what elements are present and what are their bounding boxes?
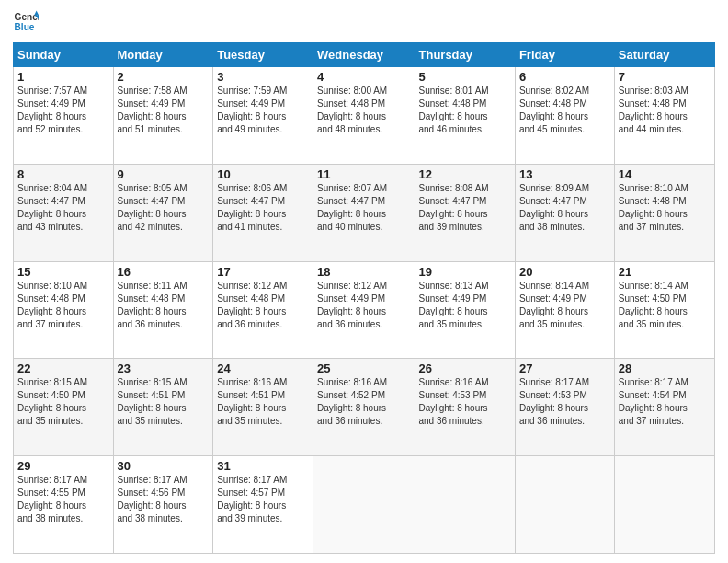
calendar-cell: [515, 456, 614, 554]
day-info: Sunrise: 8:05 AMSunset: 4:47 PMDaylight:…: [118, 182, 210, 234]
day-number: 10: [217, 167, 309, 181]
calendar-cell: 9Sunrise: 8:05 AMSunset: 4:47 PMDaylight…: [113, 164, 213, 261]
logo: General Blue: [13, 9, 39, 35]
day-info: Sunrise: 8:13 AMSunset: 4:49 PMDaylight:…: [419, 280, 511, 331]
calendar-cell: 3Sunrise: 7:59 AMSunset: 4:49 PMDaylight…: [213, 67, 313, 165]
day-info: Sunrise: 8:17 AMSunset: 4:57 PMDaylight:…: [217, 474, 309, 525]
day-number: 5: [419, 70, 511, 84]
calendar-cell: [415, 456, 515, 554]
calendar-cell: 8Sunrise: 8:04 AMSunset: 4:47 PMDaylight…: [14, 164, 114, 261]
col-monday: Monday: [113, 43, 213, 67]
day-number: 7: [619, 70, 711, 84]
day-info: Sunrise: 7:58 AMSunset: 4:49 PMDaylight:…: [118, 85, 210, 136]
day-info: Sunrise: 8:15 AMSunset: 4:50 PMDaylight:…: [17, 376, 109, 428]
col-thursday: Thursday: [415, 43, 515, 67]
day-number: 18: [317, 265, 410, 279]
day-number: 16: [118, 265, 210, 279]
day-number: 13: [519, 167, 610, 181]
col-friday: Friday: [515, 43, 614, 67]
day-number: 1: [17, 70, 109, 84]
day-number: 29: [17, 459, 109, 473]
day-info: Sunrise: 8:01 AMSunset: 4:48 PMDaylight:…: [419, 85, 511, 136]
calendar-week-row: 15Sunrise: 8:10 AMSunset: 4:48 PMDayligh…: [14, 261, 715, 359]
day-number: 26: [419, 362, 511, 375]
calendar-cell: 15Sunrise: 8:10 AMSunset: 4:48 PMDayligh…: [14, 261, 114, 359]
calendar-cell: 16Sunrise: 8:11 AMSunset: 4:48 PMDayligh…: [113, 261, 213, 359]
calendar-cell: [313, 456, 415, 554]
calendar-week-row: 8Sunrise: 8:04 AMSunset: 4:47 PMDaylight…: [14, 164, 715, 261]
day-info: Sunrise: 8:03 AMSunset: 4:48 PMDaylight:…: [619, 85, 711, 136]
calendar-cell: 30Sunrise: 8:17 AMSunset: 4:56 PMDayligh…: [113, 456, 213, 554]
day-number: 17: [217, 265, 309, 279]
calendar-table: Sunday Monday Tuesday Wednesday Thursday…: [13, 42, 715, 554]
day-number: 22: [17, 362, 109, 375]
col-wednesday: Wednesday: [313, 43, 415, 67]
day-number: 20: [519, 265, 610, 279]
calendar-cell: [614, 456, 714, 554]
day-number: 19: [419, 265, 511, 279]
day-number: 12: [419, 167, 511, 181]
day-number: 15: [17, 265, 109, 279]
calendar-cell: 13Sunrise: 8:09 AMSunset: 4:47 PMDayligh…: [515, 164, 614, 261]
calendar-cell: 26Sunrise: 8:16 AMSunset: 4:53 PMDayligh…: [415, 359, 515, 456]
day-number: 27: [519, 362, 610, 375]
day-info: Sunrise: 7:59 AMSunset: 4:49 PMDaylight:…: [217, 85, 309, 136]
calendar-cell: 31Sunrise: 8:17 AMSunset: 4:57 PMDayligh…: [213, 456, 313, 554]
day-info: Sunrise: 8:17 AMSunset: 4:54 PMDaylight:…: [619, 376, 711, 428]
col-saturday: Saturday: [614, 43, 714, 67]
day-info: Sunrise: 8:12 AMSunset: 4:49 PMDaylight:…: [317, 280, 410, 331]
day-number: 21: [619, 265, 711, 279]
day-info: Sunrise: 8:15 AMSunset: 4:51 PMDaylight:…: [118, 376, 210, 428]
calendar-cell: 1Sunrise: 7:57 AMSunset: 4:49 PMDaylight…: [14, 67, 114, 165]
col-sunday: Sunday: [14, 43, 114, 67]
calendar-cell: 27Sunrise: 8:17 AMSunset: 4:53 PMDayligh…: [515, 359, 614, 456]
day-number: 28: [619, 362, 711, 375]
calendar-cell: 17Sunrise: 8:12 AMSunset: 4:48 PMDayligh…: [213, 261, 313, 359]
day-info: Sunrise: 8:17 AMSunset: 4:55 PMDaylight:…: [17, 474, 109, 525]
day-info: Sunrise: 8:04 AMSunset: 4:47 PMDaylight:…: [17, 182, 109, 234]
day-info: Sunrise: 8:10 AMSunset: 4:48 PMDaylight:…: [619, 182, 711, 234]
calendar-week-row: 22Sunrise: 8:15 AMSunset: 4:50 PMDayligh…: [14, 359, 715, 456]
calendar-cell: 2Sunrise: 7:58 AMSunset: 4:49 PMDaylight…: [113, 67, 213, 165]
calendar-week-row: 29Sunrise: 8:17 AMSunset: 4:55 PMDayligh…: [14, 456, 715, 554]
calendar-cell: 22Sunrise: 8:15 AMSunset: 4:50 PMDayligh…: [14, 359, 114, 456]
day-info: Sunrise: 8:14 AMSunset: 4:50 PMDaylight:…: [619, 280, 711, 331]
header: General Blue: [13, 9, 715, 35]
day-number: 31: [217, 459, 309, 473]
calendar-cell: 5Sunrise: 8:01 AMSunset: 4:48 PMDaylight…: [415, 67, 515, 165]
day-info: Sunrise: 8:09 AMSunset: 4:47 PMDaylight:…: [519, 182, 610, 234]
day-info: Sunrise: 8:00 AMSunset: 4:48 PMDaylight:…: [317, 85, 410, 136]
day-number: 25: [317, 362, 410, 375]
calendar-cell: 24Sunrise: 8:16 AMSunset: 4:51 PMDayligh…: [213, 359, 313, 456]
col-tuesday: Tuesday: [213, 43, 313, 67]
svg-text:Blue: Blue: [15, 22, 35, 32]
logo-icon: General Blue: [13, 9, 39, 35]
calendar-cell: 29Sunrise: 8:17 AMSunset: 4:55 PMDayligh…: [14, 456, 114, 554]
day-number: 24: [217, 362, 309, 375]
calendar-week-row: 1Sunrise: 7:57 AMSunset: 4:49 PMDaylight…: [14, 67, 715, 165]
day-number: 23: [118, 362, 210, 375]
day-info: Sunrise: 8:16 AMSunset: 4:52 PMDaylight:…: [317, 376, 410, 428]
calendar-cell: 18Sunrise: 8:12 AMSunset: 4:49 PMDayligh…: [313, 261, 415, 359]
calendar-cell: 10Sunrise: 8:06 AMSunset: 4:47 PMDayligh…: [213, 164, 313, 261]
calendar-cell: 23Sunrise: 8:15 AMSunset: 4:51 PMDayligh…: [113, 359, 213, 456]
calendar-cell: 11Sunrise: 8:07 AMSunset: 4:47 PMDayligh…: [313, 164, 415, 261]
calendar-header-row: Sunday Monday Tuesday Wednesday Thursday…: [14, 43, 715, 67]
calendar-cell: 4Sunrise: 8:00 AMSunset: 4:48 PMDaylight…: [313, 67, 415, 165]
day-info: Sunrise: 8:16 AMSunset: 4:51 PMDaylight:…: [217, 376, 309, 428]
day-number: 3: [217, 70, 309, 84]
day-number: 30: [118, 459, 210, 473]
day-number: 2: [118, 70, 210, 84]
calendar-cell: 6Sunrise: 8:02 AMSunset: 4:48 PMDaylight…: [515, 67, 614, 165]
day-info: Sunrise: 8:02 AMSunset: 4:48 PMDaylight:…: [519, 85, 610, 136]
day-info: Sunrise: 8:14 AMSunset: 4:49 PMDaylight:…: [519, 280, 610, 331]
calendar-cell: 19Sunrise: 8:13 AMSunset: 4:49 PMDayligh…: [415, 261, 515, 359]
day-number: 11: [317, 167, 410, 181]
day-number: 6: [519, 70, 610, 84]
day-info: Sunrise: 7:57 AMSunset: 4:49 PMDaylight:…: [17, 85, 109, 136]
day-number: 9: [118, 167, 210, 181]
day-info: Sunrise: 8:12 AMSunset: 4:48 PMDaylight:…: [217, 280, 309, 331]
calendar-cell: 21Sunrise: 8:14 AMSunset: 4:50 PMDayligh…: [614, 261, 714, 359]
day-number: 8: [17, 167, 109, 181]
day-number: 14: [619, 167, 711, 181]
